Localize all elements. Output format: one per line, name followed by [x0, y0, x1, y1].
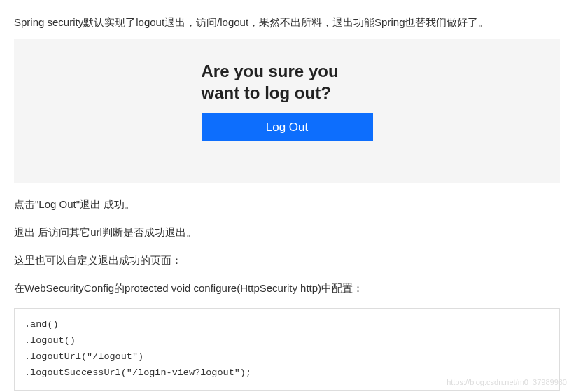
- logout-button[interactable]: Log Out: [202, 113, 373, 141]
- paragraph-logout-success: 点击"Log Out"退出 成功。: [14, 196, 560, 213]
- logout-screenshot-panel: Are you sure you want to log out? Log Ou…: [14, 39, 560, 183]
- logout-heading: Are you sure you want to log out?: [202, 60, 373, 104]
- intro-paragraph: Spring security默认实现了logout退出，访问/logout，果…: [14, 14, 560, 31]
- paragraph-custom-page: 这里也可以自定义退出成功的页面：: [14, 252, 560, 269]
- paragraph-check-logout: 退出 后访问其它url判断是否成功退出。: [14, 224, 560, 241]
- paragraph-config-location: 在WebSecurityConfig的protected void config…: [14, 280, 560, 297]
- logout-dialog: Are you sure you want to log out? Log Ou…: [202, 60, 373, 141]
- logout-heading-line2: want to log out?: [202, 83, 331, 102]
- logout-heading-line1: Are you sure you: [202, 62, 339, 80]
- watermark-url: https://blog.csdn.net/m0_37989980: [447, 377, 567, 389]
